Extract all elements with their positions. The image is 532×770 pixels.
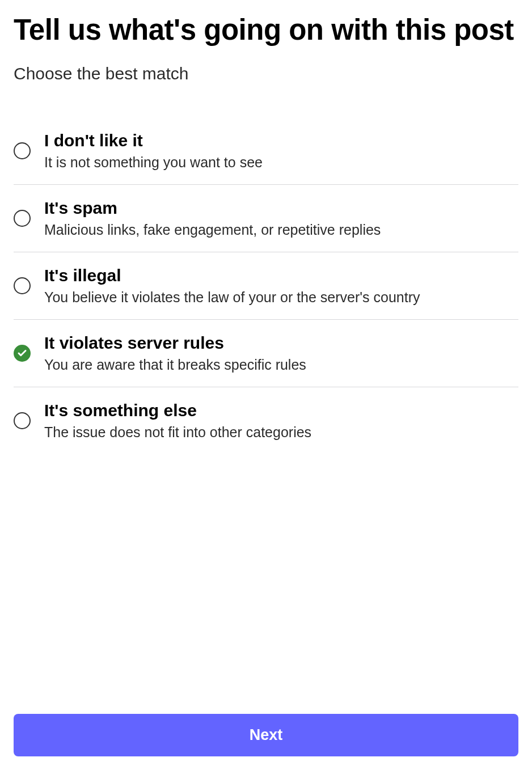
- option-title: It's spam: [44, 197, 518, 219]
- radio-icon: [14, 142, 31, 159]
- option-title: It's illegal: [44, 265, 518, 286]
- option-text: It violates server rules You are aware t…: [44, 332, 518, 374]
- option-spam[interactable]: It's spam Malicious links, fake engageme…: [14, 185, 518, 252]
- option-title: It's something else: [44, 400, 518, 421]
- option-something-else[interactable]: It's something else The issue does not f…: [14, 387, 518, 454]
- radio-icon: [14, 412, 31, 429]
- option-desc: Malicious links, fake engagement, or rep…: [44, 221, 518, 239]
- option-desc: You are aware that it breaks specific ru…: [44, 356, 518, 374]
- check-icon: [17, 348, 27, 358]
- option-desc: The issue does not fit into other catego…: [44, 423, 518, 442]
- option-desc: It is not something you want to see: [44, 153, 518, 172]
- option-text: It's illegal You believe it violates the…: [44, 265, 518, 307]
- report-header: Tell us what's going on with this post C…: [14, 14, 518, 83]
- option-illegal[interactable]: It's illegal You believe it violates the…: [14, 252, 518, 320]
- option-text: It's something else The issue does not f…: [44, 400, 518, 442]
- option-desc: You believe it violates the law of your …: [44, 288, 518, 307]
- next-button[interactable]: Next: [14, 714, 518, 756]
- radio-checked-icon: [14, 345, 31, 362]
- page-title: Tell us what's going on with this post: [14, 14, 518, 47]
- radio-icon: [14, 210, 31, 227]
- footer: Next: [14, 714, 518, 756]
- options-list: I don't like it It is not something you …: [14, 117, 518, 714]
- option-dont-like[interactable]: I don't like it It is not something you …: [14, 117, 518, 185]
- option-text: I don't like it It is not something you …: [44, 130, 518, 172]
- option-title: I don't like it: [44, 130, 518, 151]
- option-text: It's spam Malicious links, fake engageme…: [44, 197, 518, 239]
- radio-icon: [14, 277, 31, 294]
- page-subtitle: Choose the best match: [14, 64, 518, 83]
- option-title: It violates server rules: [44, 332, 518, 354]
- option-violates-rules[interactable]: It violates server rules You are aware t…: [14, 320, 518, 387]
